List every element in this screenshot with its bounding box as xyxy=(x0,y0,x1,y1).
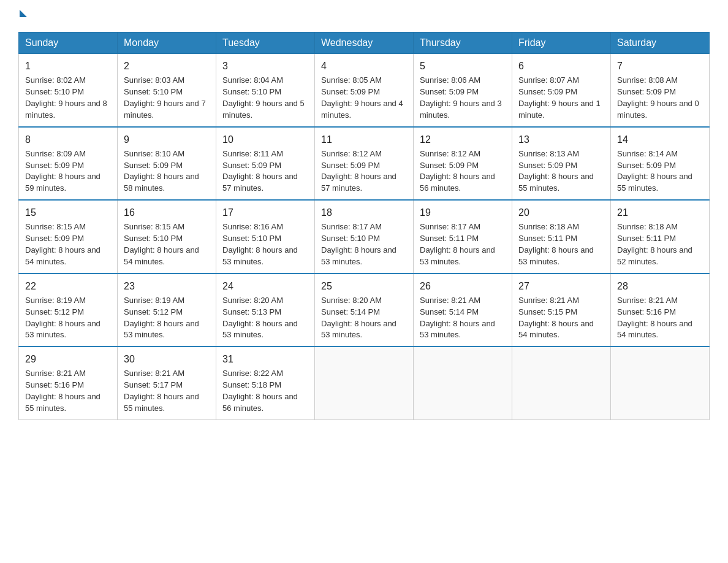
calendar-cell xyxy=(611,347,710,419)
day-header-wednesday: Wednesday xyxy=(315,33,414,54)
day-info: Sunrise: 8:15 AMSunset: 5:09 PMDaylight:… xyxy=(25,222,100,266)
calendar-cell: 14 Sunrise: 8:14 AMSunset: 5:09 PMDaylig… xyxy=(611,127,710,201)
day-info: Sunrise: 8:13 AMSunset: 5:09 PMDaylight:… xyxy=(518,149,594,193)
calendar-cell: 9 Sunrise: 8:10 AMSunset: 5:09 PMDayligh… xyxy=(118,127,216,201)
day-info: Sunrise: 8:16 AMSunset: 5:10 PMDaylight:… xyxy=(222,222,298,266)
calendar-cell: 4 Sunrise: 8:05 AMSunset: 5:09 PMDayligh… xyxy=(315,54,414,127)
day-number: 15 xyxy=(25,205,111,220)
day-info: Sunrise: 8:04 AMSunset: 5:10 PMDaylight:… xyxy=(222,75,305,120)
day-info: Sunrise: 8:17 AMSunset: 5:11 PMDaylight:… xyxy=(420,222,495,266)
day-number: 28 xyxy=(617,279,703,293)
day-number: 29 xyxy=(25,352,111,366)
calendar-cell: 19 Sunrise: 8:17 AMSunset: 5:11 PMDaylig… xyxy=(414,200,512,274)
day-number: 31 xyxy=(222,352,308,366)
day-number: 27 xyxy=(518,279,604,293)
calendar-cell xyxy=(414,347,512,419)
day-info: Sunrise: 8:06 AMSunset: 5:09 PMDaylight:… xyxy=(420,75,502,120)
day-info: Sunrise: 8:07 AMSunset: 5:09 PMDaylight:… xyxy=(518,75,601,120)
week-row-4: 22 Sunrise: 8:19 AMSunset: 5:12 PMDaylig… xyxy=(19,274,710,347)
calendar-cell: 3 Sunrise: 8:04 AMSunset: 5:10 PMDayligh… xyxy=(216,54,315,127)
day-number: 25 xyxy=(321,279,407,293)
day-info: Sunrise: 8:17 AMSunset: 5:10 PMDaylight:… xyxy=(321,222,396,266)
day-info: Sunrise: 8:19 AMSunset: 5:12 PMDaylight:… xyxy=(124,296,199,340)
day-info: Sunrise: 8:21 AMSunset: 5:17 PMDaylight:… xyxy=(124,369,199,413)
day-info: Sunrise: 8:11 AMSunset: 5:09 PMDaylight:… xyxy=(222,149,298,193)
day-info: Sunrise: 8:21 AMSunset: 5:15 PMDaylight:… xyxy=(518,296,594,340)
day-number: 9 xyxy=(124,132,210,147)
day-info: Sunrise: 8:09 AMSunset: 5:09 PMDaylight:… xyxy=(25,149,100,193)
day-header-monday: Monday xyxy=(118,33,216,54)
day-info: Sunrise: 8:12 AMSunset: 5:09 PMDaylight:… xyxy=(321,149,396,193)
day-number: 30 xyxy=(124,352,210,366)
calendar-cell: 8 Sunrise: 8:09 AMSunset: 5:09 PMDayligh… xyxy=(19,127,118,201)
calendar-cell: 12 Sunrise: 8:12 AMSunset: 5:09 PMDaylig… xyxy=(414,127,512,201)
day-number: 26 xyxy=(420,279,506,293)
day-info: Sunrise: 8:05 AMSunset: 5:09 PMDaylight:… xyxy=(321,75,403,120)
calendar-cell: 15 Sunrise: 8:15 AMSunset: 5:09 PMDaylig… xyxy=(19,200,118,274)
day-info: Sunrise: 8:12 AMSunset: 5:09 PMDaylight:… xyxy=(420,149,495,193)
day-info: Sunrise: 8:10 AMSunset: 5:09 PMDaylight:… xyxy=(124,149,199,193)
calendar-cell: 24 Sunrise: 8:20 AMSunset: 5:13 PMDaylig… xyxy=(216,274,315,347)
day-number: 22 xyxy=(25,279,111,293)
day-info: Sunrise: 8:19 AMSunset: 5:12 PMDaylight:… xyxy=(25,296,100,340)
calendar-cell: 21 Sunrise: 8:18 AMSunset: 5:11 PMDaylig… xyxy=(611,200,710,274)
day-number: 20 xyxy=(518,205,604,220)
day-info: Sunrise: 8:02 AMSunset: 5:10 PMDaylight:… xyxy=(25,75,107,120)
week-row-1: 1 Sunrise: 8:02 AMSunset: 5:10 PMDayligh… xyxy=(19,54,710,127)
day-number: 12 xyxy=(420,132,506,147)
week-row-3: 15 Sunrise: 8:15 AMSunset: 5:09 PMDaylig… xyxy=(19,200,710,274)
day-number: 24 xyxy=(222,279,308,293)
day-number: 8 xyxy=(25,132,111,147)
calendar-cell: 1 Sunrise: 8:02 AMSunset: 5:10 PMDayligh… xyxy=(19,54,118,127)
day-number: 21 xyxy=(617,205,703,220)
day-info: Sunrise: 8:15 AMSunset: 5:10 PMDaylight:… xyxy=(124,222,199,266)
calendar-cell: 23 Sunrise: 8:19 AMSunset: 5:12 PMDaylig… xyxy=(118,274,216,347)
day-number: 2 xyxy=(124,59,210,73)
day-number: 7 xyxy=(617,59,703,73)
day-info: Sunrise: 8:21 AMSunset: 5:16 PMDaylight:… xyxy=(617,296,692,340)
calendar-cell: 28 Sunrise: 8:21 AMSunset: 5:16 PMDaylig… xyxy=(611,274,710,347)
day-number: 10 xyxy=(222,132,308,147)
page-header xyxy=(18,12,710,20)
day-info: Sunrise: 8:22 AMSunset: 5:18 PMDaylight:… xyxy=(222,369,298,413)
calendar-cell: 2 Sunrise: 8:03 AMSunset: 5:10 PMDayligh… xyxy=(118,54,216,127)
calendar-cell: 20 Sunrise: 8:18 AMSunset: 5:11 PMDaylig… xyxy=(512,200,611,274)
day-info: Sunrise: 8:14 AMSunset: 5:09 PMDaylight:… xyxy=(617,149,692,193)
day-number: 23 xyxy=(124,279,210,293)
logo xyxy=(18,12,27,20)
calendar-cell: 27 Sunrise: 8:21 AMSunset: 5:15 PMDaylig… xyxy=(512,274,611,347)
day-header-sunday: Sunday xyxy=(19,33,118,54)
day-number: 13 xyxy=(518,132,604,147)
day-number: 11 xyxy=(321,132,407,147)
calendar-cell xyxy=(315,347,414,419)
calendar-cell: 11 Sunrise: 8:12 AMSunset: 5:09 PMDaylig… xyxy=(315,127,414,201)
calendar-cell: 13 Sunrise: 8:13 AMSunset: 5:09 PMDaylig… xyxy=(512,127,611,201)
day-info: Sunrise: 8:08 AMSunset: 5:09 PMDaylight:… xyxy=(617,75,699,120)
day-number: 18 xyxy=(321,205,407,220)
day-number: 5 xyxy=(420,59,506,73)
calendar-cell: 31 Sunrise: 8:22 AMSunset: 5:18 PMDaylig… xyxy=(216,347,315,419)
day-info: Sunrise: 8:21 AMSunset: 5:14 PMDaylight:… xyxy=(420,296,495,340)
calendar-cell: 6 Sunrise: 8:07 AMSunset: 5:09 PMDayligh… xyxy=(512,54,611,127)
calendar-cell: 22 Sunrise: 8:19 AMSunset: 5:12 PMDaylig… xyxy=(19,274,118,347)
week-row-2: 8 Sunrise: 8:09 AMSunset: 5:09 PMDayligh… xyxy=(19,127,710,201)
calendar-cell: 10 Sunrise: 8:11 AMSunset: 5:09 PMDaylig… xyxy=(216,127,315,201)
calendar-cell: 30 Sunrise: 8:21 AMSunset: 5:17 PMDaylig… xyxy=(118,347,216,419)
day-info: Sunrise: 8:20 AMSunset: 5:14 PMDaylight:… xyxy=(321,296,396,340)
day-number: 17 xyxy=(222,205,308,220)
day-info: Sunrise: 8:21 AMSunset: 5:16 PMDaylight:… xyxy=(25,369,100,413)
day-header-friday: Friday xyxy=(512,33,611,54)
day-number: 1 xyxy=(25,59,111,73)
day-header-saturday: Saturday xyxy=(611,33,710,54)
calendar-cell: 7 Sunrise: 8:08 AMSunset: 5:09 PMDayligh… xyxy=(611,54,710,127)
day-info: Sunrise: 8:18 AMSunset: 5:11 PMDaylight:… xyxy=(617,222,692,266)
day-number: 14 xyxy=(617,132,703,147)
calendar-cell: 17 Sunrise: 8:16 AMSunset: 5:10 PMDaylig… xyxy=(216,200,315,274)
day-info: Sunrise: 8:03 AMSunset: 5:10 PMDaylight:… xyxy=(124,75,206,120)
calendar-cell: 16 Sunrise: 8:15 AMSunset: 5:10 PMDaylig… xyxy=(118,200,216,274)
calendar-table: SundayMondayTuesdayWednesdayThursdayFrid… xyxy=(18,32,710,420)
day-number: 4 xyxy=(321,59,407,73)
calendar-cell: 5 Sunrise: 8:06 AMSunset: 5:09 PMDayligh… xyxy=(414,54,512,127)
calendar-cell: 26 Sunrise: 8:21 AMSunset: 5:14 PMDaylig… xyxy=(414,274,512,347)
header-row: SundayMondayTuesdayWednesdayThursdayFrid… xyxy=(19,33,710,54)
